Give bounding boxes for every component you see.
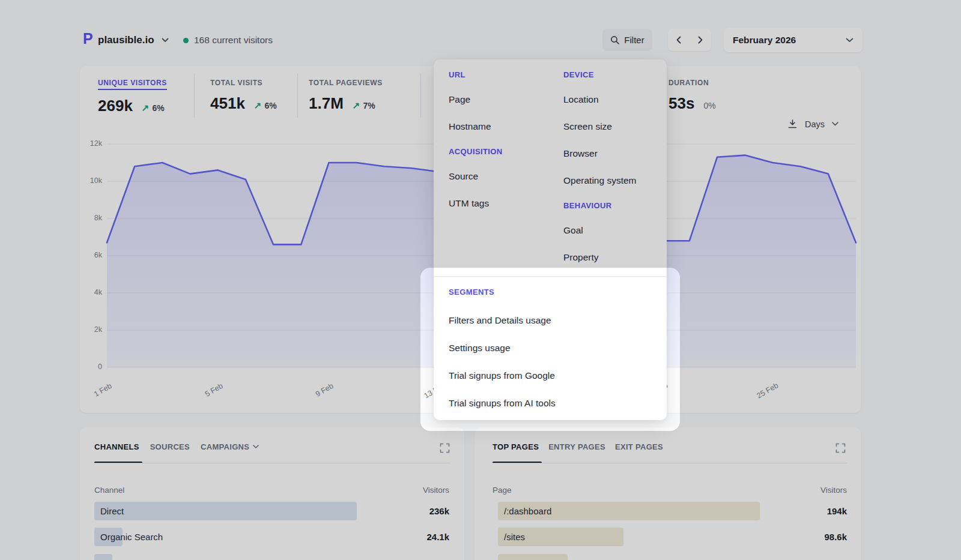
tab-channels[interactable]: CHANNELS (94, 442, 139, 451)
download-icon[interactable] (787, 119, 798, 129)
pages-tabs: TOP PAGES ENTRY PAGES EXIT PAGES (493, 442, 663, 451)
stat-value: 451k (210, 94, 245, 113)
filter-button-label: Filter (624, 35, 644, 45)
filter-menu-item[interactable]: Page (449, 86, 554, 113)
x-tick-label: 5 Feb (204, 382, 225, 399)
filter-menu-item[interactable]: Trial signups from Google (449, 362, 652, 390)
tab-campaigns[interactable]: CAMPAIGNS (201, 442, 259, 451)
interval-control: Days (787, 119, 838, 129)
tab-entry-pages[interactable]: ENTRY PAGES (548, 442, 605, 451)
interval-select[interactable]: Days (805, 119, 825, 129)
table-row[interactable]: /sites 98.6k (498, 528, 847, 546)
filter-button[interactable]: Filter (602, 29, 652, 51)
filter-menu-column-url-acquisition: URLPageHostnameACQUISITIONSourceUTM tags (449, 63, 554, 217)
trend-up-icon: ↗ (142, 103, 150, 113)
stat-change: ↗6% (254, 100, 277, 111)
filter-menu-item[interactable]: Trial signups from AI tools (449, 390, 652, 417)
filter-dropdown: URLPageHostnameACQUISITIONSourceUTM tags… (434, 59, 667, 420)
stat-change: ↗7% (353, 100, 375, 111)
stat-label: TOTAL VISITS (210, 79, 262, 87)
date-nav (668, 29, 711, 51)
filter-menu-item[interactable]: Property (563, 244, 659, 271)
next-period-button[interactable] (690, 29, 711, 51)
stat-total-pageviews[interactable]: TOTAL PAGEVIEWS 1.7M ↗7% (309, 77, 383, 113)
table-row[interactable]: Direct 236k (94, 502, 449, 520)
column-header: Page (493, 486, 512, 495)
chevron-down-icon (253, 445, 259, 449)
row-bar (94, 554, 112, 560)
y-tick-label: 0 (80, 363, 102, 371)
stat-label: UNIQUE VISITORS (98, 79, 167, 90)
y-tick-label: 12k (80, 139, 102, 148)
stat-duration[interactable]: DURATION 53s 0% (668, 77, 716, 113)
chevron-left-icon (676, 36, 681, 44)
stat-unique-visitors[interactable]: UNIQUE VISITORS 269k ↗6% (98, 77, 167, 115)
y-tick-label: 8k (80, 214, 102, 222)
column-header: Visitors (820, 486, 847, 495)
live-dot-icon (183, 38, 189, 43)
trend-up-icon: ↗ (353, 100, 360, 111)
tab-exit-pages[interactable]: EXIT PAGES (615, 442, 663, 451)
table-row[interactable] (498, 554, 847, 560)
x-tick-label: 9 Feb (314, 382, 335, 399)
current-visitors[interactable]: 168 current visitors (183, 32, 273, 49)
filter-menu-item[interactable]: Filters and Details usage (449, 307, 652, 334)
channels-rows: Direct 236k Organic Search 24.1k (94, 502, 449, 560)
row-bar (498, 554, 568, 560)
plausible-dashboard: P plausible.io 168 current visitors Filt… (0, 0, 961, 560)
row-label: /:dashboard (504, 502, 551, 520)
filter-menu-item[interactable]: Source (449, 163, 554, 190)
tab-sources[interactable]: SOURCES (150, 442, 190, 451)
chevron-down-icon (846, 38, 853, 43)
chevron-right-icon (698, 36, 703, 44)
x-tick-label: 25 Feb (756, 381, 780, 400)
search-icon (610, 35, 620, 45)
filter-menu-item[interactable]: Location (563, 86, 659, 113)
filter-menu-item[interactable]: Screen size (563, 113, 659, 140)
expand-icon[interactable] (440, 443, 450, 453)
current-visitors-label: 168 current visitors (194, 35, 273, 46)
filter-section-header: URL (449, 63, 554, 86)
row-value: 194k (827, 502, 847, 520)
column-header: Channel (94, 486, 124, 495)
filter-menu-item[interactable]: Browser (563, 140, 659, 167)
tabs-divider (493, 463, 847, 463)
filter-menu-item[interactable]: UTM tags (449, 190, 554, 217)
expand-icon[interactable] (835, 443, 846, 453)
stat-label: TOTAL PAGEVIEWS (309, 79, 383, 87)
chevron-down-icon[interactable] (832, 122, 838, 126)
tabs-divider (94, 463, 450, 463)
site-name: plausible.io (98, 34, 154, 46)
stat-divider (297, 73, 298, 118)
row-label: Direct (100, 502, 124, 520)
site-switcher[interactable]: plausible.io (98, 32, 169, 49)
date-range-select[interactable]: February 2026 (724, 28, 862, 52)
filter-menu-item[interactable]: Operating system (563, 167, 659, 194)
table-row[interactable]: /:dashboard 194k (498, 502, 847, 520)
filter-menu-item[interactable]: Settings usage (449, 334, 652, 362)
filter-menu-item[interactable]: Goal (563, 217, 659, 244)
row-label: Organic Search (100, 528, 163, 546)
date-range-label: February 2026 (733, 35, 846, 46)
trend-up-icon: ↗ (254, 100, 262, 111)
stat-divider (194, 73, 195, 118)
channels-card: CHANNELS SOURCES CAMPAIGNS Channel Visit… (80, 427, 464, 560)
tab-top-pages[interactable]: TOP PAGES (493, 442, 539, 451)
table-row[interactable]: Organic Search 24.1k (94, 528, 449, 546)
row-value: 98.6k (824, 528, 847, 546)
pages-card: TOP PAGES ENTRY PAGES EXIT PAGES Page Vi… (474, 427, 861, 560)
y-tick-label: 6k (80, 251, 102, 259)
segments-section: SEGMENTSFilters and Details usageSetting… (449, 280, 652, 417)
stat-change: 0% (703, 101, 715, 110)
filter-section-header: ACQUISITION (449, 140, 554, 163)
stat-total-visits[interactable]: TOTAL VISITS 451k ↗6% (210, 77, 277, 113)
stat-value: 269k (98, 97, 133, 115)
table-row[interactable] (94, 554, 449, 560)
x-tick-label: 1 Feb (92, 382, 114, 399)
prev-period-button[interactable] (668, 29, 690, 51)
chevron-down-icon (162, 38, 169, 43)
filter-menu-item[interactable]: Hostname (449, 113, 554, 140)
filter-section-header: DEVICE (563, 63, 659, 86)
column-header: Visitors (423, 486, 449, 495)
row-bar (94, 502, 357, 520)
